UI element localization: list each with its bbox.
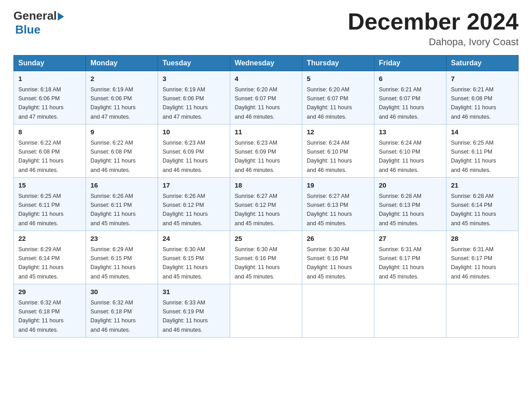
weekday-header-tuesday: Tuesday [158, 56, 230, 71]
calendar-cell: 27 Sunrise: 6:31 AMSunset: 6:17 PMDaylig… [374, 231, 446, 284]
day-number: 3 [163, 74, 225, 84]
weekday-header-friday: Friday [374, 56, 446, 71]
logo-arrow-icon [58, 13, 64, 21]
weekday-header-thursday: Thursday [302, 56, 374, 71]
day-info: Sunrise: 6:28 AMSunset: 6:13 PMDaylight:… [379, 193, 424, 227]
calendar-week-row: 29 Sunrise: 6:32 AMSunset: 6:18 PMDaylig… [14, 284, 519, 338]
weekday-header-monday: Monday [86, 56, 158, 71]
calendar-cell: 12 Sunrise: 6:24 AMSunset: 6:10 PMDaylig… [302, 124, 374, 178]
day-info: Sunrise: 6:28 AMSunset: 6:14 PMDaylight:… [451, 193, 496, 227]
calendar-cell: 24 Sunrise: 6:30 AMSunset: 6:15 PMDaylig… [158, 231, 230, 284]
calendar-week-row: 15 Sunrise: 6:25 AMSunset: 6:11 PMDaylig… [14, 178, 519, 231]
day-number: 23 [90, 234, 153, 244]
calendar-cell: 13 Sunrise: 6:24 AMSunset: 6:10 PMDaylig… [374, 124, 446, 178]
day-number: 10 [163, 127, 225, 137]
calendar-cell: 11 Sunrise: 6:23 AMSunset: 6:09 PMDaylig… [230, 124, 302, 178]
day-info: Sunrise: 6:22 AMSunset: 6:08 PMDaylight:… [90, 140, 136, 173]
weekday-header-sunday: Sunday [14, 56, 86, 71]
day-info: Sunrise: 6:26 AMSunset: 6:12 PMDaylight:… [163, 193, 208, 227]
calendar-cell [302, 284, 374, 338]
calendar-cell: 29 Sunrise: 6:32 AMSunset: 6:18 PMDaylig… [14, 284, 86, 338]
day-info: Sunrise: 6:30 AMSunset: 6:16 PMDaylight:… [235, 246, 280, 280]
day-number: 28 [451, 234, 514, 244]
day-number: 15 [18, 180, 81, 191]
day-number: 31 [163, 287, 225, 297]
calendar-cell: 31 Sunrise: 6:33 AMSunset: 6:19 PMDaylig… [158, 284, 230, 338]
calendar-cell: 9 Sunrise: 6:22 AMSunset: 6:08 PMDayligh… [86, 124, 158, 178]
day-number: 21 [451, 180, 514, 191]
calendar-cell: 1 Sunrise: 6:18 AMSunset: 6:06 PMDayligh… [14, 71, 86, 124]
day-number: 7 [451, 74, 514, 84]
title-area: December 2024 Dahopa, Ivory Coast [348, 9, 519, 48]
day-number: 24 [163, 234, 225, 244]
calendar-cell: 10 Sunrise: 6:23 AMSunset: 6:09 PMDaylig… [158, 124, 230, 178]
day-number: 9 [90, 127, 153, 137]
day-info: Sunrise: 6:21 AMSunset: 6:07 PMDaylight:… [379, 86, 424, 120]
calendar-cell: 18 Sunrise: 6:27 AMSunset: 6:12 PMDaylig… [230, 178, 302, 231]
weekday-header-row: SundayMondayTuesdayWednesdayThursdayFrid… [14, 56, 519, 71]
day-info: Sunrise: 6:19 AMSunset: 6:06 PMDaylight:… [163, 86, 208, 120]
day-info: Sunrise: 6:32 AMSunset: 6:18 PMDaylight:… [18, 300, 64, 333]
day-number: 17 [163, 180, 225, 191]
day-info: Sunrise: 6:29 AMSunset: 6:14 PMDaylight:… [18, 246, 64, 280]
calendar-cell: 25 Sunrise: 6:30 AMSunset: 6:16 PMDaylig… [230, 231, 302, 284]
day-number: 16 [90, 180, 153, 191]
calendar-cell [446, 284, 519, 338]
calendar-cell: 17 Sunrise: 6:26 AMSunset: 6:12 PMDaylig… [158, 178, 230, 231]
calendar-cell: 20 Sunrise: 6:28 AMSunset: 6:13 PMDaylig… [374, 178, 446, 231]
calendar-week-row: 8 Sunrise: 6:22 AMSunset: 6:08 PMDayligh… [14, 124, 519, 178]
calendar-table: SundayMondayTuesdayWednesdayThursdayFrid… [13, 55, 519, 338]
calendar-cell: 14 Sunrise: 6:25 AMSunset: 6:11 PMDaylig… [446, 124, 519, 178]
day-info: Sunrise: 6:29 AMSunset: 6:15 PMDaylight:… [90, 246, 136, 280]
day-number: 22 [18, 234, 81, 244]
day-info: Sunrise: 6:32 AMSunset: 6:18 PMDaylight:… [90, 300, 136, 333]
day-number: 6 [379, 74, 442, 84]
calendar-cell [230, 284, 302, 338]
calendar-cell: 21 Sunrise: 6:28 AMSunset: 6:14 PMDaylig… [446, 178, 519, 231]
day-number: 30 [90, 287, 153, 297]
day-info: Sunrise: 6:22 AMSunset: 6:08 PMDaylight:… [18, 140, 64, 173]
day-number: 11 [235, 127, 297, 137]
day-number: 8 [18, 127, 81, 137]
calendar-cell: 15 Sunrise: 6:25 AMSunset: 6:11 PMDaylig… [14, 178, 86, 231]
weekday-header-saturday: Saturday [446, 56, 519, 71]
page-header: General Blue December 2024 Dahopa, Ivory… [13, 9, 519, 48]
day-info: Sunrise: 6:20 AMSunset: 6:07 PMDaylight:… [235, 86, 280, 120]
day-info: Sunrise: 6:33 AMSunset: 6:19 PMDaylight:… [163, 300, 208, 333]
day-number: 2 [90, 74, 153, 84]
calendar-cell: 19 Sunrise: 6:27 AMSunset: 6:13 PMDaylig… [302, 178, 374, 231]
calendar-cell: 26 Sunrise: 6:30 AMSunset: 6:16 PMDaylig… [302, 231, 374, 284]
month-title: December 2024 [348, 9, 519, 34]
calendar-cell: 23 Sunrise: 6:29 AMSunset: 6:15 PMDaylig… [86, 231, 158, 284]
day-info: Sunrise: 6:30 AMSunset: 6:15 PMDaylight:… [163, 246, 208, 280]
day-info: Sunrise: 6:26 AMSunset: 6:11 PMDaylight:… [90, 193, 136, 227]
day-info: Sunrise: 6:19 AMSunset: 6:06 PMDaylight:… [90, 86, 136, 120]
location-text: Dahopa, Ivory Coast [348, 36, 519, 48]
day-info: Sunrise: 6:31 AMSunset: 6:17 PMDaylight:… [451, 246, 496, 280]
day-number: 20 [379, 180, 442, 191]
calendar-cell: 5 Sunrise: 6:20 AMSunset: 6:07 PMDayligh… [302, 71, 374, 124]
day-number: 4 [235, 74, 297, 84]
calendar-cell: 7 Sunrise: 6:21 AMSunset: 6:08 PMDayligh… [446, 71, 519, 124]
day-number: 26 [307, 234, 369, 244]
calendar-week-row: 1 Sunrise: 6:18 AMSunset: 6:06 PMDayligh… [14, 71, 519, 124]
day-info: Sunrise: 6:25 AMSunset: 6:11 PMDaylight:… [451, 140, 496, 173]
day-number: 12 [307, 127, 369, 137]
logo: General Blue [13, 9, 64, 37]
calendar-week-row: 22 Sunrise: 6:29 AMSunset: 6:14 PMDaylig… [14, 231, 519, 284]
day-number: 18 [235, 180, 297, 191]
calendar-cell [374, 284, 446, 338]
day-info: Sunrise: 6:23 AMSunset: 6:09 PMDaylight:… [235, 140, 280, 173]
day-info: Sunrise: 6:21 AMSunset: 6:08 PMDaylight:… [451, 86, 496, 120]
day-info: Sunrise: 6:18 AMSunset: 6:06 PMDaylight:… [18, 86, 64, 120]
day-info: Sunrise: 6:25 AMSunset: 6:11 PMDaylight:… [18, 193, 64, 227]
day-number: 25 [235, 234, 297, 244]
day-number: 13 [379, 127, 442, 137]
calendar-cell: 4 Sunrise: 6:20 AMSunset: 6:07 PMDayligh… [230, 71, 302, 124]
day-info: Sunrise: 6:20 AMSunset: 6:07 PMDaylight:… [307, 86, 352, 120]
logo-blue-text: Blue [15, 23, 40, 36]
weekday-header-wednesday: Wednesday [230, 56, 302, 71]
calendar-cell: 6 Sunrise: 6:21 AMSunset: 6:07 PMDayligh… [374, 71, 446, 124]
day-info: Sunrise: 6:30 AMSunset: 6:16 PMDaylight:… [307, 246, 352, 280]
day-info: Sunrise: 6:24 AMSunset: 6:10 PMDaylight:… [307, 140, 352, 173]
